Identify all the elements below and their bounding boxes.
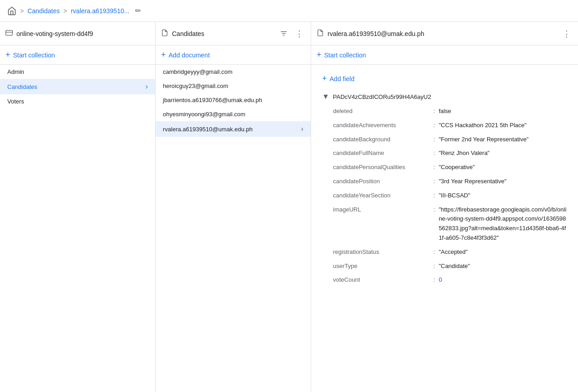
field-candidatePersonalQualities: candidatePersonalQualities : "Cooperativ… xyxy=(333,160,567,175)
edit-icon[interactable]: ✏ xyxy=(135,6,141,15)
field-value-imageurl: "https://firebasestorage.googleapis.com/… xyxy=(439,205,567,243)
document-icon xyxy=(161,29,168,38)
plus-icon-details: + xyxy=(317,50,322,60)
details-doc-icon xyxy=(317,29,324,38)
breadcrumb-bar: > Candidates > rvalera.a61939510... ✏ xyxy=(0,0,578,22)
colon-background: : xyxy=(433,135,435,144)
field-deleted: deleted : false xyxy=(333,104,567,119)
doc-item-4[interactable]: rvalera.a61939510@umak.edu.ph › xyxy=(156,121,311,137)
doc-item-2[interactable]: jbarrientos.a61930766@umak.edu.ph xyxy=(156,93,311,107)
field-candidateFullName: candidateFullName : "Renz Jhon Valera" xyxy=(333,146,567,160)
field-key-regstatus: registrationStatus xyxy=(333,248,433,257)
breadcrumb-document[interactable]: rvalera.a61939510... xyxy=(71,7,129,15)
start-collection-button[interactable]: + Start collection xyxy=(0,46,155,65)
doc-label-1: heroicguy23@gmail.com xyxy=(163,83,228,89)
colon-achievements: : xyxy=(433,121,435,130)
add-field-button[interactable]: + Add field xyxy=(322,72,567,89)
field-value-deleted: false xyxy=(439,107,451,116)
plus-icon-doc: + xyxy=(161,50,166,60)
plus-icon: + xyxy=(5,50,10,60)
field-key-achievements: candidateAchievements xyxy=(333,121,433,130)
field-value-background: "Former 2nd Year Representative" xyxy=(439,135,529,144)
documents-panel: Candidates ⋮ + Add document cambridgeyyy… xyxy=(156,22,311,392)
add-document-button[interactable]: + Add document xyxy=(156,46,311,65)
field-value-qualities: "Cooperative" xyxy=(439,163,475,172)
field-userType: userType : "Candidate" xyxy=(333,259,567,273)
field-key-votecount: voteCount xyxy=(333,275,433,285)
add-document-label: Add document xyxy=(169,52,210,59)
field-key-qualities: candidatePersonalQualities xyxy=(333,163,433,172)
collection-item-candidates[interactable]: Candidates › xyxy=(0,79,155,94)
main-layout: online-voting-system-dd4f9 + Start colle… xyxy=(0,22,578,392)
chevron-right-icon: › xyxy=(146,83,148,91)
field-value-regstatus: "Accepted" xyxy=(439,248,468,257)
subdoc-fields: deleted : false candidateAchievements : … xyxy=(322,104,567,287)
field-voteCount: voteCount : 0 xyxy=(333,273,567,287)
field-value-fullname: "Renz Jhon Valera" xyxy=(439,149,490,158)
doc-label-0: cambridgeyyy@gmail.com xyxy=(163,68,233,75)
field-value-usertype: "Candidate" xyxy=(439,262,470,271)
details-header-actions: ⋮ xyxy=(561,28,573,40)
field-key-imageurl: imageURL xyxy=(333,205,433,215)
doc-label-3: ohyesminyoongi93@gmail.com xyxy=(163,111,245,118)
subdoc-toggle[interactable]: ▼ PADcV4zCBzdICORu5r99H4A6ayU2 xyxy=(322,89,567,104)
add-field-label: Add field xyxy=(330,75,354,83)
documents-header-actions: ⋮ xyxy=(278,28,305,40)
plus-icon-field: + xyxy=(322,74,327,83)
field-key-background: candidateBackground xyxy=(333,135,433,144)
field-value-position: "3rd Year Representative" xyxy=(439,177,507,186)
field-candidateAchievements: candidateAchievements : "CCS Hackathon 2… xyxy=(333,119,567,133)
documents-title: Candidates xyxy=(172,30,278,37)
start-collection-label: Start collection xyxy=(13,52,55,59)
subdoc-id: PADcV4zCBzdICORu5r99H4A6ayU2 xyxy=(333,93,431,100)
field-key-usertype: userType xyxy=(333,262,433,271)
field-key-position: candidatePosition xyxy=(333,177,433,186)
documents-panel-header: Candidates ⋮ xyxy=(156,22,311,46)
documents-list: cambridgeyyy@gmail.com heroicguy23@gmail… xyxy=(156,65,311,392)
collections-icon xyxy=(5,29,13,38)
more-vert-icon[interactable]: ⋮ xyxy=(293,28,305,40)
colon-regstatus: : xyxy=(433,248,435,257)
breadcrumb-separator-1: > xyxy=(20,7,24,15)
collections-panel: online-voting-system-dd4f9 + Start colle… xyxy=(0,22,156,392)
details-panel-header: rvalera.a61939510@umak.edu.ph ⋮ xyxy=(311,22,578,46)
colon-position: : xyxy=(433,177,435,186)
colon-qualities: : xyxy=(433,163,435,172)
details-start-collection-button[interactable]: + Start collection xyxy=(311,46,578,65)
breadcrumb-separator-2: > xyxy=(63,7,67,15)
collections-title: online-voting-system-dd4f9 xyxy=(16,30,150,37)
breadcrumb-candidates[interactable]: Candidates xyxy=(27,7,60,15)
field-value-votecount: 0 xyxy=(439,275,442,285)
details-more-vert-icon[interactable]: ⋮ xyxy=(561,28,573,40)
field-key-fullname: candidateFullName xyxy=(333,149,433,158)
collection-item-admin[interactable]: Admin xyxy=(0,65,155,79)
details-title: rvalera.a61939510@umak.edu.ph xyxy=(328,30,561,37)
field-value-achievements: "CCS Hackathon 2021 5th Place" xyxy=(439,121,527,130)
collection-item-voters[interactable]: Voters xyxy=(0,94,155,108)
filter-icon[interactable] xyxy=(278,28,290,40)
colon-fullname: : xyxy=(433,149,435,158)
details-content: + Add field ▼ PADcV4zCBzdICORu5r99H4A6ay… xyxy=(311,65,578,392)
home-icon[interactable] xyxy=(7,6,16,15)
field-candidatePosition: candidatePosition : "3rd Year Representa… xyxy=(333,175,567,189)
doc-label-4: rvalera.a61939510@umak.edu.ph xyxy=(163,126,253,133)
field-key-deleted: deleted xyxy=(333,107,433,116)
field-candidateYearSection: candidateYearSection : "III-BCSAD" xyxy=(333,189,567,203)
doc-chevron-icon: › xyxy=(301,125,303,133)
field-value-yearsection: "III-BCSAD" xyxy=(439,191,470,201)
field-key-yearsection: candidateYearSection xyxy=(333,191,433,201)
colon-yearsection: : xyxy=(433,191,435,201)
colon-deleted: : xyxy=(433,107,435,116)
details-start-collection-label: Start collection xyxy=(324,52,366,59)
doc-item-3[interactable]: ohyesminyoongi93@gmail.com xyxy=(156,107,311,121)
colon-votecount: : xyxy=(433,275,435,285)
field-registrationStatus: registrationStatus : "Accepted" xyxy=(333,245,567,259)
colon-usertype: : xyxy=(433,262,435,271)
doc-item-1[interactable]: heroicguy23@gmail.com xyxy=(156,79,311,93)
field-candidateBackground: candidateBackground : "Former 2nd Year R… xyxy=(333,133,567,147)
details-panel: rvalera.a61939510@umak.edu.ph ⋮ + Start … xyxy=(311,22,578,392)
collection-admin-label: Admin xyxy=(7,68,24,75)
colon-imageurl: : xyxy=(433,205,435,215)
doc-item-0[interactable]: cambridgeyyy@gmail.com xyxy=(156,65,311,79)
field-imageURL: imageURL : "https://firebasestorage.goog… xyxy=(333,203,567,245)
